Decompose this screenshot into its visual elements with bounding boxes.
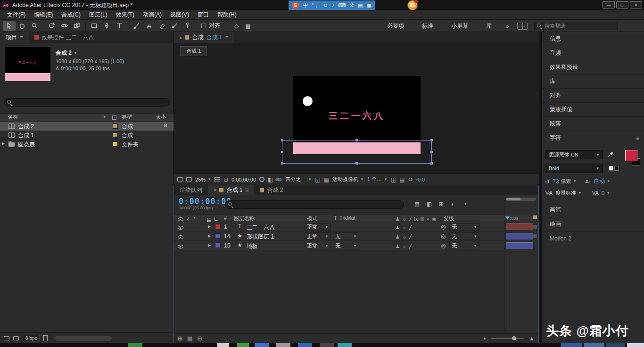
taskbar-app-sliver[interactable] — [255, 343, 269, 347]
selection-handle[interactable] — [281, 151, 283, 153]
panel-menu-icon[interactable]: ≡ — [636, 135, 639, 141]
restore-button[interactable]: ▢ — [616, 1, 628, 8]
eye-icon[interactable] — [178, 235, 183, 239]
menu-effect[interactable]: 效果(T) — [112, 11, 139, 19]
always-preview-icon[interactable] — [177, 177, 183, 182]
taskbar-app-sliver[interactable] — [298, 343, 312, 347]
panel-mask-interpolation[interactable]: 蒙版插值 — [542, 103, 644, 117]
blend-mode-select[interactable]: 正常▼ — [305, 242, 331, 249]
punctuation-icon[interactable]: °， — [312, 2, 319, 9]
interpret-footage-icon[interactable] — [4, 336, 9, 340]
column-size[interactable]: 大小 — [156, 114, 166, 121]
fill-color-swatch[interactable] — [625, 150, 637, 161]
project-search[interactable] — [4, 98, 170, 107]
parent-select[interactable]: 无▼ — [449, 232, 479, 240]
tab-composition-viewer[interactable]: × 合成 合成 1 ≡ — [173, 32, 234, 43]
tracking-control[interactable]: 0 ▼ — [602, 190, 611, 197]
layer-row[interactable]: ▶ 14 ★ 形状图层 1 正常▼ 无▼ ♟☼╱ ◎ 无▼ — [174, 231, 504, 241]
label-swatch[interactable] — [113, 141, 118, 147]
selection-handle[interactable] — [281, 139, 283, 141]
selection-handle[interactable] — [355, 139, 358, 141]
menu-composition[interactable]: 合成(C) — [57, 11, 85, 19]
expand-inout-pane-icon[interactable]: ⊟ — [197, 335, 202, 342]
help-search[interactable] — [534, 22, 618, 30]
taskbar-app-sliver[interactable] — [627, 343, 644, 347]
fast-previews-icon[interactable]: ▤ — [399, 176, 405, 183]
selection-handle[interactable] — [430, 139, 433, 141]
eye-icon[interactable] — [178, 245, 183, 248]
tab-comp-1[interactable]: × 合成 1 ≡ — [208, 185, 254, 195]
parent-select[interactable]: 无▼ — [449, 223, 479, 231]
taskbar-app-sliver[interactable] — [320, 343, 334, 347]
selection-handle[interactable] — [430, 162, 433, 165]
ime-mode-toggle[interactable]: 中 — [303, 2, 308, 9]
zoom-in-icon[interactable]: ▲ — [529, 335, 535, 342]
navigator-handle[interactable] — [506, 198, 520, 200]
timeline-columns-header[interactable]: ♪ ● # 图层名称 模式 T TrkMat ♟☼╱fx▥◐◉ 父级 — [174, 215, 504, 222]
eye-column-icon[interactable] — [178, 217, 183, 221]
viewer-tab[interactable]: 合成 1 — [180, 46, 207, 56]
workspace-standard[interactable]: 标准 — [413, 22, 442, 30]
current-time-display[interactable]: 0:00:00:00 — [179, 197, 231, 206]
solo-column-icon[interactable]: ● — [193, 215, 196, 220]
audio-column-icon[interactable]: ♪ — [187, 215, 189, 221]
menu-layer[interactable]: 图层(L) — [85, 11, 112, 19]
snap-icon[interactable]: ◇ — [234, 23, 239, 29]
zoom-out-icon[interactable]: ▲ — [483, 336, 487, 340]
pickwhip-icon[interactable]: ◎ — [441, 242, 446, 249]
parent-select[interactable]: 无▼ — [449, 242, 479, 249]
layer-name[interactable]: 三二一六八 — [247, 223, 275, 231]
camera-tool[interactable] — [58, 21, 71, 31]
comp-canvas[interactable]: 三二一六八 — [293, 76, 421, 154]
expander-icon[interactable]: ▶ — [208, 224, 211, 229]
layer-switches[interactable]: ♟☼╱ — [396, 224, 414, 231]
trkmat-select[interactable]: 无▼ — [333, 232, 359, 240]
eraser-tool[interactable] — [156, 21, 168, 31]
toolbox-icon[interactable]: ⚒ — [349, 2, 354, 8]
panel-paragraph[interactable]: 段落 — [542, 117, 644, 131]
tab-comp-2[interactable]: 合成 2 — [254, 185, 289, 195]
grid-options-icon[interactable]: ▦ — [245, 23, 250, 29]
eye-icon[interactable] — [178, 226, 183, 230]
menu-edit[interactable]: 编辑(E) — [30, 11, 57, 19]
mic-icon[interactable]: ♪ — [332, 2, 335, 8]
close-button[interactable]: × — [630, 1, 642, 8]
clipboard-icon[interactable]: ▤ — [358, 2, 363, 8]
taskbar-app-sliver[interactable] — [128, 343, 142, 347]
selection-tool[interactable] — [3, 21, 16, 31]
pan-behind-tool[interactable] — [71, 21, 83, 31]
workspace-overflow-button[interactable]: » — [501, 23, 513, 30]
bit-depth-button[interactable]: 8 bpc — [23, 335, 40, 342]
emoji-icon[interactable]: ☺ — [322, 2, 328, 8]
channels-icon[interactable] — [276, 178, 282, 181]
current-time-button[interactable]: 0:00:00:00 — [231, 177, 256, 182]
scroll-thumb[interactable] — [533, 225, 537, 229]
help-search-input[interactable] — [545, 23, 615, 29]
taskbar-app-sliver[interactable] — [606, 343, 625, 347]
layer-row[interactable]: ▶ 15 ★ 地板 正常▼ 无▼ ♟☼╱ ◎ 无▼ — [174, 241, 504, 250]
kerning-value[interactable]: 度量标准 — [555, 190, 576, 197]
type-tool[interactable] — [113, 21, 126, 31]
frame-blend-icon[interactable]: ⊞ — [439, 201, 444, 207]
proxy-icon[interactable] — [13, 336, 19, 340]
timeline-track-area[interactable]: :00s — [504, 195, 538, 334]
canvas-text-layer[interactable]: 三二一六八 — [293, 110, 421, 122]
column-type[interactable]: 类型 — [122, 114, 132, 121]
ime-toolbar[interactable]: S 中 °， ☺ ♪ ⌨ ⚒ ▤ ▦ — [289, 0, 375, 10]
workspace-libraries[interactable]: 库 — [477, 22, 501, 30]
comp-mini-flowchart-icon[interactable]: ▤ — [414, 201, 420, 207]
label-swatch[interactable] — [113, 124, 118, 129]
panel-audio[interactable]: 音频 — [542, 46, 644, 60]
column-mode[interactable]: 模式 — [307, 215, 317, 222]
tracking-value[interactable]: 0 — [602, 190, 605, 197]
white-circle-shape[interactable] — [303, 96, 313, 106]
panel-effects-presets[interactable]: 效果和预设 — [542, 60, 644, 74]
roto-brush-tool[interactable] — [168, 21, 181, 31]
tab-effect-controls[interactable]: 效果控件 三二一六八 — [29, 32, 99, 43]
timeline-zoom-slider[interactable] — [491, 338, 524, 339]
layer-duration-bar[interactable] — [506, 233, 533, 240]
fill-stroke-widget[interactable] — [623, 150, 640, 166]
comp-name[interactable]: 合成 2 — [56, 49, 72, 57]
sogou-logo-icon[interactable]: S — [292, 2, 299, 9]
taskbar-app-sliver[interactable] — [584, 343, 604, 347]
